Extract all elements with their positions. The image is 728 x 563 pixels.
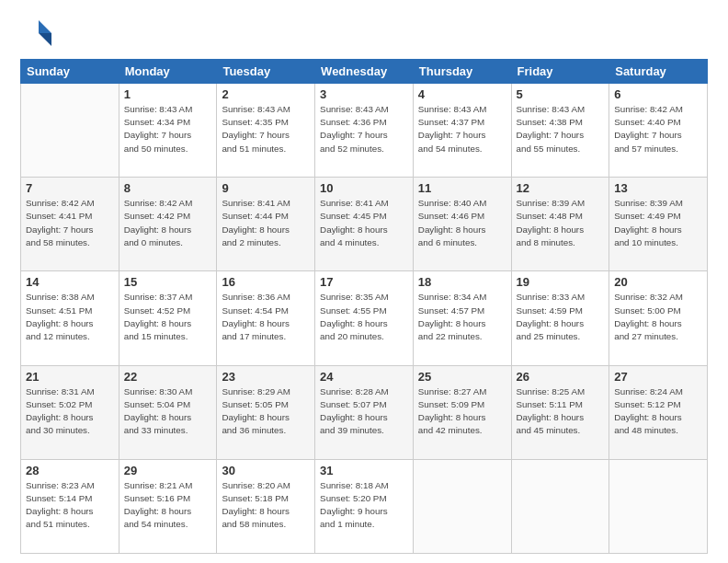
day-info: Sunrise: 8:43 AM Sunset: 4:36 PM Dayligh… [320,103,408,155]
day-info: Sunrise: 8:39 AM Sunset: 4:49 PM Dayligh… [614,197,702,249]
calendar-cell: 30Sunrise: 8:20 AM Sunset: 5:18 PM Dayli… [217,459,315,553]
logo-icon [20,17,53,50]
page: SundayMondayTuesdayWednesdayThursdayFrid… [0,0,728,563]
logo [20,17,57,50]
day-info: Sunrise: 8:25 AM Sunset: 5:11 PM Dayligh… [517,385,605,438]
calendar-cell: 8Sunrise: 8:42 AM Sunset: 4:42 PM Daylig… [119,178,217,271]
calendar-cell: 12Sunrise: 8:39 AM Sunset: 4:48 PM Dayli… [511,178,609,271]
day-info: Sunrise: 8:34 AM Sunset: 4:57 PM Dayligh… [418,291,506,343]
calendar-cell: 24Sunrise: 8:28 AM Sunset: 5:07 PM Dayli… [315,365,414,459]
calendar-cell: 29Sunrise: 8:21 AM Sunset: 5:16 PM Dayli… [119,459,217,553]
svg-marker-1 [39,33,51,46]
day-info: Sunrise: 8:24 AM Sunset: 5:12 PM Dayligh… [614,385,702,438]
day-info: Sunrise: 8:43 AM Sunset: 4:38 PM Dayligh… [517,103,605,155]
day-info: Sunrise: 8:20 AM Sunset: 5:18 PM Dayligh… [222,479,310,532]
calendar-cell: 2Sunrise: 8:43 AM Sunset: 4:35 PM Daylig… [217,84,315,178]
day-number: 24 [320,370,408,384]
calendar-week-row: 28Sunrise: 8:23 AM Sunset: 5:14 PM Dayli… [21,459,708,553]
header-monday: Monday [119,60,217,84]
day-number: 30 [222,464,310,477]
day-number: 1 [124,87,212,101]
day-number: 15 [124,275,212,289]
calendar-cell: 3Sunrise: 8:43 AM Sunset: 4:36 PM Daylig… [315,84,414,178]
calendar-cell: 28Sunrise: 8:23 AM Sunset: 5:14 PM Dayli… [21,459,119,553]
calendar-table: SundayMondayTuesdayWednesdayThursdayFrid… [20,59,708,554]
calendar-cell [511,459,609,553]
calendar-cell: 22Sunrise: 8:30 AM Sunset: 5:04 PM Dayli… [119,365,217,459]
day-number: 6 [614,87,702,101]
calendar-cell: 23Sunrise: 8:29 AM Sunset: 5:05 PM Dayli… [217,365,315,459]
day-info: Sunrise: 8:27 AM Sunset: 5:09 PM Dayligh… [418,385,506,438]
calendar-cell: 26Sunrise: 8:25 AM Sunset: 5:11 PM Dayli… [511,365,609,459]
calendar-week-row: 21Sunrise: 8:31 AM Sunset: 5:02 PM Dayli… [21,365,708,459]
calendar-cell: 14Sunrise: 8:38 AM Sunset: 4:51 PM Dayli… [21,271,119,365]
calendar-cell: 15Sunrise: 8:37 AM Sunset: 4:52 PM Dayli… [119,271,217,365]
day-info: Sunrise: 8:39 AM Sunset: 4:48 PM Dayligh… [517,197,605,249]
day-number: 29 [124,464,212,477]
calendar-cell [609,459,708,553]
day-number: 19 [517,275,605,289]
day-info: Sunrise: 8:42 AM Sunset: 4:40 PM Dayligh… [614,103,702,155]
header-tuesday: Tuesday [217,60,315,84]
day-info: Sunrise: 8:41 AM Sunset: 4:44 PM Dayligh… [222,197,310,249]
day-number: 8 [124,181,212,195]
calendar-cell: 13Sunrise: 8:39 AM Sunset: 4:49 PM Dayli… [609,178,708,271]
day-info: Sunrise: 8:33 AM Sunset: 4:59 PM Dayligh… [517,291,605,343]
day-info: Sunrise: 8:43 AM Sunset: 4:35 PM Dayligh… [222,103,310,155]
day-info: Sunrise: 8:37 AM Sunset: 4:52 PM Dayligh… [124,291,212,343]
header-sunday: Sunday [21,60,119,84]
header-saturday: Saturday [609,60,708,84]
day-number: 28 [26,464,114,477]
day-number: 5 [517,87,605,101]
day-number: 10 [320,181,408,195]
day-info: Sunrise: 8:18 AM Sunset: 5:20 PM Dayligh… [320,479,408,532]
calendar-cell: 16Sunrise: 8:36 AM Sunset: 4:54 PM Dayli… [217,271,315,365]
day-info: Sunrise: 8:38 AM Sunset: 4:51 PM Dayligh… [26,291,114,343]
calendar-cell: 11Sunrise: 8:40 AM Sunset: 4:46 PM Dayli… [413,178,511,271]
day-info: Sunrise: 8:21 AM Sunset: 5:16 PM Dayligh… [124,479,212,532]
day-number: 7 [26,181,114,195]
day-info: Sunrise: 8:40 AM Sunset: 4:46 PM Dayligh… [418,197,506,249]
day-number: 23 [222,370,310,384]
day-info: Sunrise: 8:35 AM Sunset: 4:55 PM Dayligh… [320,291,408,343]
day-number: 12 [517,181,605,195]
day-number: 22 [124,370,212,384]
day-number: 17 [320,275,408,289]
calendar-cell: 7Sunrise: 8:42 AM Sunset: 4:41 PM Daylig… [21,178,119,271]
day-info: Sunrise: 8:43 AM Sunset: 4:37 PM Dayligh… [418,103,506,155]
calendar-cell: 21Sunrise: 8:31 AM Sunset: 5:02 PM Dayli… [21,365,119,459]
day-number: 18 [418,275,506,289]
header-thursday: Thursday [413,60,511,84]
calendar-cell: 10Sunrise: 8:41 AM Sunset: 4:45 PM Dayli… [315,178,414,271]
calendar-week-row: 14Sunrise: 8:38 AM Sunset: 4:51 PM Dayli… [21,271,708,365]
day-number: 31 [320,464,408,477]
day-number: 9 [222,181,310,195]
day-number: 16 [222,275,310,289]
calendar-cell: 17Sunrise: 8:35 AM Sunset: 4:55 PM Dayli… [315,271,414,365]
day-number: 3 [320,87,408,101]
header-wednesday: Wednesday [315,60,414,84]
calendar-header-row: SundayMondayTuesdayWednesdayThursdayFrid… [21,60,708,84]
calendar-cell: 20Sunrise: 8:32 AM Sunset: 5:00 PM Dayli… [609,271,708,365]
day-info: Sunrise: 8:32 AM Sunset: 5:00 PM Dayligh… [614,291,702,343]
calendar-cell [21,84,119,178]
header [20,17,708,50]
calendar-cell: 6Sunrise: 8:42 AM Sunset: 4:40 PM Daylig… [609,84,708,178]
calendar-cell: 4Sunrise: 8:43 AM Sunset: 4:37 PM Daylig… [413,84,511,178]
day-info: Sunrise: 8:29 AM Sunset: 5:05 PM Dayligh… [222,385,310,438]
day-number: 2 [222,87,310,101]
day-number: 27 [614,370,702,384]
day-number: 14 [26,275,114,289]
calendar-cell: 27Sunrise: 8:24 AM Sunset: 5:12 PM Dayli… [609,365,708,459]
calendar-cell: 5Sunrise: 8:43 AM Sunset: 4:38 PM Daylig… [511,84,609,178]
calendar-cell [413,459,511,553]
calendar-week-row: 1Sunrise: 8:43 AM Sunset: 4:34 PM Daylig… [21,84,708,178]
calendar-cell: 9Sunrise: 8:41 AM Sunset: 4:44 PM Daylig… [217,178,315,271]
day-info: Sunrise: 8:30 AM Sunset: 5:04 PM Dayligh… [124,385,212,438]
calendar-cell: 31Sunrise: 8:18 AM Sunset: 5:20 PM Dayli… [315,459,414,553]
day-number: 13 [614,181,702,195]
day-info: Sunrise: 8:23 AM Sunset: 5:14 PM Dayligh… [26,479,114,532]
day-number: 20 [614,275,702,289]
day-info: Sunrise: 8:43 AM Sunset: 4:34 PM Dayligh… [124,103,212,155]
day-info: Sunrise: 8:42 AM Sunset: 4:41 PM Dayligh… [26,197,114,249]
